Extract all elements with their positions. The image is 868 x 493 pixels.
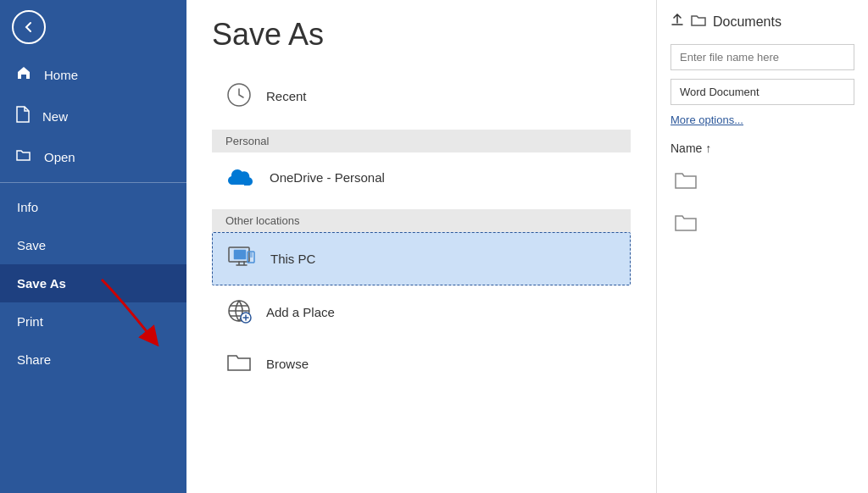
- sidebar-divider: [0, 182, 186, 183]
- sidebar-item-new-label: New: [42, 109, 68, 124]
- sort-icon: ↑: [705, 141, 711, 155]
- right-panel-title: Documents: [713, 14, 782, 30]
- section-header-other: Other locations: [212, 209, 631, 232]
- location-item-onedrive[interactable]: OneDrive - Personal: [212, 152, 631, 202]
- globe-icon: [225, 297, 253, 327]
- sidebar: Home New Open Info Save Save As Print Sh…: [0, 0, 186, 493]
- sidebar-item-share[interactable]: Share: [0, 341, 186, 379]
- folder-header-icon: [691, 14, 706, 30]
- sidebar-item-save[interactable]: Save: [0, 226, 186, 264]
- location-label-browse: Browse: [266, 357, 309, 371]
- sidebar-item-new[interactable]: New: [0, 96, 186, 137]
- file-name-input[interactable]: [670, 44, 854, 70]
- location-label-this-pc: This PC: [270, 252, 315, 266]
- location-item-browse[interactable]: Browse: [212, 339, 631, 389]
- more-options-link[interactable]: More options...: [670, 114, 854, 126]
- folder-row-1[interactable]: [670, 163, 854, 197]
- location-item-recent[interactable]: Recent: [212, 69, 631, 123]
- sidebar-item-open[interactable]: Open: [0, 137, 186, 177]
- main-content: Save As Recent Personal OneDrive - Perso…: [186, 0, 868, 493]
- back-button[interactable]: [12, 10, 46, 44]
- folder-row-2[interactable]: [670, 206, 854, 240]
- sidebar-item-home[interactable]: Home: [0, 54, 186, 96]
- sidebar-item-save-as[interactable]: Save As: [0, 264, 186, 302]
- section-header-personal: Personal: [212, 130, 631, 152]
- cloud-icon: [225, 164, 256, 191]
- location-label-add-place: Add a Place: [266, 305, 335, 319]
- open-icon: [15, 147, 32, 167]
- pc-icon: [226, 245, 257, 273]
- sidebar-item-save-as-label: Save As: [17, 276, 66, 291]
- sidebar-item-open-label: Open: [44, 150, 75, 164]
- right-panel: Documents Word Document More options... …: [656, 0, 868, 493]
- upload-icon: [670, 14, 684, 30]
- clock-icon: [225, 81, 253, 111]
- location-item-add-place[interactable]: Add a Place: [212, 285, 631, 339]
- home-icon: [15, 64, 32, 86]
- sidebar-item-info[interactable]: Info: [0, 188, 186, 226]
- sidebar-item-info-label: Info: [17, 200, 38, 214]
- name-column-header: Name ↑: [670, 141, 854, 155]
- location-item-this-pc[interactable]: This PC: [212, 232, 631, 285]
- file-type-select[interactable]: Word Document: [670, 79, 854, 105]
- right-panel-header: Documents: [670, 14, 854, 30]
- new-icon: [15, 106, 31, 127]
- location-label-onedrive: OneDrive - Personal: [270, 170, 385, 185]
- sidebar-item-save-label: Save: [17, 238, 46, 252]
- browse-folder-icon: [225, 351, 253, 377]
- center-panel: Save As Recent Personal OneDrive - Perso…: [186, 0, 656, 493]
- sidebar-item-home-label: Home: [44, 68, 78, 82]
- sidebar-item-share-label: Share: [17, 352, 51, 367]
- sidebar-item-print[interactable]: Print: [0, 302, 186, 341]
- sidebar-item-print-label: Print: [17, 314, 43, 329]
- svg-rect-2: [234, 250, 246, 259]
- page-title: Save As: [212, 17, 631, 53]
- location-label-recent: Recent: [266, 89, 307, 103]
